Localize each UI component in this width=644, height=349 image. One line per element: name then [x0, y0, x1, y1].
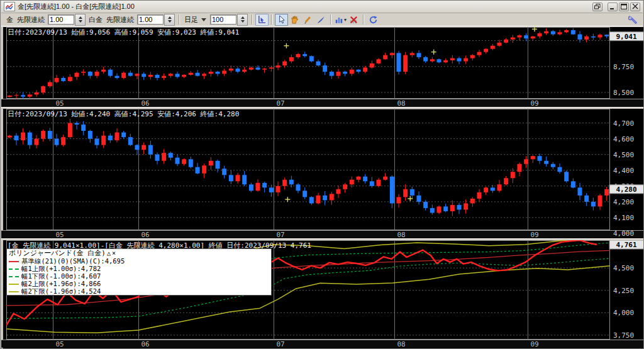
- legend-swatch: [9, 269, 19, 270]
- candles: [8, 28, 609, 99]
- minimize-button[interactable]: [608, 3, 618, 11]
- month-axis-label: 05: [56, 99, 64, 108]
- legend-row: 幅1下限(-1.00σ):4,607: [7, 272, 271, 280]
- platinum-ohlc-readout: 日付:2023/09/13 始値:4,240 高値:4,295 安値:4,206…: [8, 109, 239, 119]
- app-window: 金[先限連続]1.00 - 白金[先限連続]1.00 金 先限連続 白金 先限連…: [0, 0, 644, 349]
- month-axis-label: 06: [142, 231, 150, 239]
- gold-futures-daily-svg[interactable]: 05060708098,7508,5009,041: [1, 27, 644, 107]
- legend-row: 幅1上限(+1.00σ):4,782: [7, 265, 271, 272]
- bollinger-legend-title: ボリンジャーバンド(金 白金)△×: [7, 249, 271, 257]
- y-axis-tick-label: 3,750: [613, 331, 634, 340]
- platinum-futures-daily-svg[interactable]: 05060708094,7004,6004,5004,4004,3004,200…: [1, 109, 644, 238]
- chart-app-icon: [4, 2, 15, 11]
- month-axis-label: 08: [397, 99, 406, 108]
- gold-multiplier-stepper[interactable]: [75, 14, 86, 26]
- y-axis-tick-label: 4,500: [613, 264, 634, 272]
- hand-icon[interactable]: [288, 14, 301, 26]
- month-axis-label: 07: [277, 99, 285, 108]
- settings-wrench-icon[interactable]: [626, 14, 640, 26]
- legend-swatch: [9, 291, 19, 292]
- legend-row: 基準線(21)(0)(SMA)(C):4,695: [7, 257, 271, 265]
- platinum-symbol-label: 白金: [89, 15, 103, 25]
- month-axis-label: 07: [277, 340, 285, 348]
- close-button[interactable]: [630, 3, 640, 11]
- legend-swatch: [9, 284, 19, 285]
- gold-symbol-label: 金: [6, 15, 13, 25]
- toolbar-separator: [252, 14, 253, 25]
- gold-multiplier-input[interactable]: [48, 14, 74, 25]
- window-title: 金[先限連続]1.00 - 白金[先限連続]1.00: [18, 2, 135, 11]
- toolbar: 金 先限連続 白金 先限連続 日足 ▾: [1, 13, 643, 26]
- titlebar[interactable]: 金[先限連続]1.00 - 白金[先限連続]1.00: [1, 1, 643, 13]
- y-axis-tick-label: 4,000: [613, 309, 634, 317]
- bollinger-legend: ボリンジャーバンド(金 白金)△× 基準線(21)(0)(SMA)(C):4,6…: [6, 248, 272, 296]
- refresh-icon[interactable]: [367, 14, 380, 26]
- platinum-multiplier-stepper[interactable]: [164, 14, 175, 26]
- y-axis-tick-label: 4,700: [613, 119, 634, 128]
- legend-row: 幅2下限(-1.96σ):4,524: [7, 287, 271, 295]
- y-axis-tick-label: 4,500: [613, 151, 634, 159]
- svg-text:4,761: 4,761: [616, 241, 636, 249]
- y-axis-tick-label: 4,000: [613, 230, 634, 238]
- month-axis-label: 08: [397, 340, 406, 348]
- y-axis-tick-label: 4,400: [613, 167, 634, 175]
- select-icon[interactable]: [275, 14, 288, 26]
- toolbar-separator: [271, 14, 272, 25]
- svg-text:9,041: 9,041: [616, 33, 636, 41]
- period-dropdown[interactable]: [201, 18, 206, 21]
- toolbar-separator: [363, 14, 364, 25]
- legend-collapse-icon[interactable]: △: [107, 249, 111, 257]
- y-axis-tick-label: 8,500: [613, 89, 634, 97]
- svg-text:4,280: 4,280: [616, 186, 636, 194]
- month-axis-label: 08: [397, 231, 406, 239]
- platinum-series-label: 先限連続: [106, 15, 134, 25]
- toolbar-separator: [179, 14, 180, 25]
- month-axis-label: 09: [531, 99, 539, 108]
- legend-swatch: [9, 261, 19, 262]
- month-axis-label: 05: [56, 231, 64, 239]
- candles: [8, 119, 609, 216]
- toolbar-separator: [330, 14, 331, 25]
- quill-icon[interactable]: [314, 14, 328, 26]
- month-axis-label: 09: [531, 340, 539, 348]
- bar-count-input[interactable]: [210, 14, 236, 25]
- clear-chart-icon[interactable]: [347, 14, 360, 26]
- period-dropdown-label: 日足: [184, 15, 198, 25]
- y-axis-tick-label: 4,600: [613, 135, 634, 143]
- spread-chart-panel[interactable]: 05060708094,5004,2504,0003,7504,761 [金 先…: [1, 240, 644, 348]
- maximize-button[interactable]: [619, 3, 629, 11]
- month-axis-label: 05: [56, 340, 64, 348]
- legend-row: 幅2上限(+1.96σ):4,866: [7, 280, 271, 287]
- month-axis-label: 06: [142, 99, 150, 108]
- pencil-icon[interactable]: [301, 14, 314, 26]
- platinum-chart-panel[interactable]: 05060708094,7004,6004,5004,4004,3004,200…: [1, 109, 644, 238]
- gold-series-label: 先限連続: [17, 15, 45, 25]
- y-axis-tick-label: 4,200: [613, 198, 634, 206]
- y-axis-tick-label: 4,100: [613, 214, 634, 222]
- chart-area: 05060708098,7508,5009,041 日付:2023/09/13 …: [1, 27, 644, 349]
- bar-count-stepper[interactable]: [237, 14, 248, 26]
- gold-chart-panel[interactable]: 05060708098,7508,5009,041 日付:2023/09/13 …: [1, 27, 644, 107]
- chart-cursor-icon[interactable]: [255, 14, 269, 26]
- legend-swatch: [9, 276, 19, 277]
- legend-close-icon[interactable]: ×: [112, 249, 116, 257]
- y-axis-tick-label: 8,750: [613, 63, 634, 71]
- window-controls: [592, 3, 640, 11]
- month-axis-label: 07: [277, 231, 285, 239]
- platinum-multiplier-input[interactable]: [137, 14, 164, 25]
- month-axis-label: 09: [531, 231, 539, 239]
- chart-type-icon[interactable]: ▾: [334, 14, 347, 26]
- y-axis-tick-label: 4,250: [613, 287, 634, 295]
- restore-button[interactable]: [592, 3, 602, 11]
- month-axis-label: 06: [142, 340, 150, 348]
- gold-ohlc-readout: 日付:2023/09/13 始値:9,056 高値:9,059 安値:9,023…: [8, 28, 239, 37]
